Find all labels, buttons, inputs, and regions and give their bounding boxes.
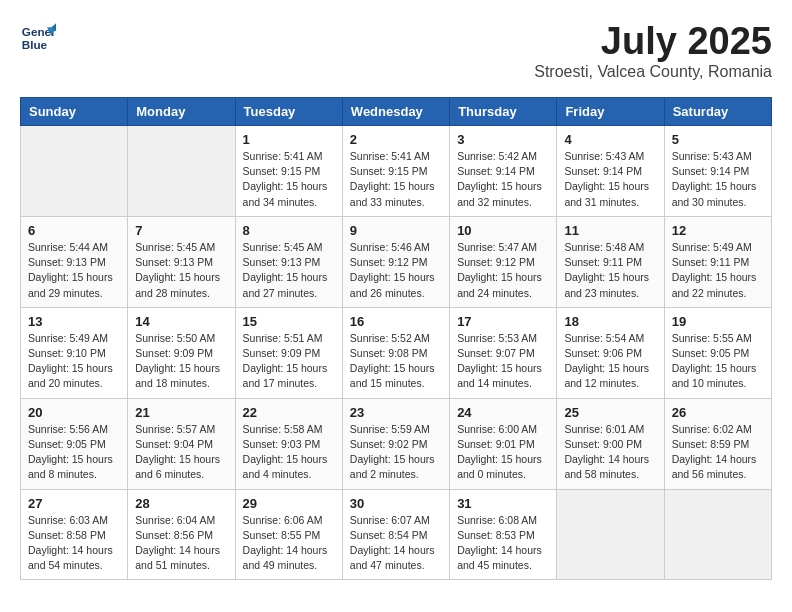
calendar-cell: 14Sunrise: 5:50 AMSunset: 9:09 PMDayligh… [128, 307, 235, 398]
calendar-cell: 18Sunrise: 5:54 AMSunset: 9:06 PMDayligh… [557, 307, 664, 398]
calendar-cell: 25Sunrise: 6:01 AMSunset: 9:00 PMDayligh… [557, 398, 664, 489]
calendar-cell: 19Sunrise: 5:55 AMSunset: 9:05 PMDayligh… [664, 307, 771, 398]
weekday-header: Saturday [664, 98, 771, 126]
day-info: Sunrise: 5:56 AMSunset: 9:05 PMDaylight:… [28, 422, 120, 483]
day-info: Sunrise: 6:06 AMSunset: 8:55 PMDaylight:… [243, 513, 335, 574]
day-info: Sunrise: 6:01 AMSunset: 9:00 PMDaylight:… [564, 422, 656, 483]
svg-text:Blue: Blue [22, 38, 48, 51]
day-info: Sunrise: 5:53 AMSunset: 9:07 PMDaylight:… [457, 331, 549, 392]
calendar-cell: 8Sunrise: 5:45 AMSunset: 9:13 PMDaylight… [235, 216, 342, 307]
day-info: Sunrise: 5:41 AMSunset: 9:15 PMDaylight:… [243, 149, 335, 210]
calendar-cell: 21Sunrise: 5:57 AMSunset: 9:04 PMDayligh… [128, 398, 235, 489]
calendar-cell: 1Sunrise: 5:41 AMSunset: 9:15 PMDaylight… [235, 126, 342, 217]
logo: General Blue [20, 20, 56, 56]
day-number: 31 [457, 496, 549, 511]
day-info: Sunrise: 5:47 AMSunset: 9:12 PMDaylight:… [457, 240, 549, 301]
day-info: Sunrise: 5:45 AMSunset: 9:13 PMDaylight:… [243, 240, 335, 301]
day-info: Sunrise: 5:58 AMSunset: 9:03 PMDaylight:… [243, 422, 335, 483]
day-number: 12 [672, 223, 764, 238]
day-number: 27 [28, 496, 120, 511]
day-info: Sunrise: 6:02 AMSunset: 8:59 PMDaylight:… [672, 422, 764, 483]
location-title: Stroesti, Valcea County, Romania [534, 63, 772, 81]
day-info: Sunrise: 5:52 AMSunset: 9:08 PMDaylight:… [350, 331, 442, 392]
day-info: Sunrise: 5:49 AMSunset: 9:11 PMDaylight:… [672, 240, 764, 301]
day-info: Sunrise: 6:07 AMSunset: 8:54 PMDaylight:… [350, 513, 442, 574]
day-number: 8 [243, 223, 335, 238]
weekday-header: Monday [128, 98, 235, 126]
day-info: Sunrise: 6:08 AMSunset: 8:53 PMDaylight:… [457, 513, 549, 574]
day-info: Sunrise: 6:03 AMSunset: 8:58 PMDaylight:… [28, 513, 120, 574]
calendar-table: SundayMondayTuesdayWednesdayThursdayFrid… [20, 97, 772, 580]
calendar-cell [21, 126, 128, 217]
day-number: 29 [243, 496, 335, 511]
weekday-header: Sunday [21, 98, 128, 126]
calendar-cell: 20Sunrise: 5:56 AMSunset: 9:05 PMDayligh… [21, 398, 128, 489]
month-title: July 2025 [534, 20, 772, 63]
calendar-cell: 24Sunrise: 6:00 AMSunset: 9:01 PMDayligh… [450, 398, 557, 489]
day-info: Sunrise: 6:04 AMSunset: 8:56 PMDaylight:… [135, 513, 227, 574]
calendar-cell: 28Sunrise: 6:04 AMSunset: 8:56 PMDayligh… [128, 489, 235, 580]
calendar-week-row: 13Sunrise: 5:49 AMSunset: 9:10 PMDayligh… [21, 307, 772, 398]
day-info: Sunrise: 5:55 AMSunset: 9:05 PMDaylight:… [672, 331, 764, 392]
day-number: 4 [564, 132, 656, 147]
day-info: Sunrise: 5:42 AMSunset: 9:14 PMDaylight:… [457, 149, 549, 210]
day-info: Sunrise: 6:00 AMSunset: 9:01 PMDaylight:… [457, 422, 549, 483]
weekday-header: Tuesday [235, 98, 342, 126]
calendar-cell: 22Sunrise: 5:58 AMSunset: 9:03 PMDayligh… [235, 398, 342, 489]
calendar-cell: 17Sunrise: 5:53 AMSunset: 9:07 PMDayligh… [450, 307, 557, 398]
calendar-cell: 23Sunrise: 5:59 AMSunset: 9:02 PMDayligh… [342, 398, 449, 489]
day-number: 9 [350, 223, 442, 238]
day-number: 5 [672, 132, 764, 147]
calendar-cell: 27Sunrise: 6:03 AMSunset: 8:58 PMDayligh… [21, 489, 128, 580]
day-info: Sunrise: 5:44 AMSunset: 9:13 PMDaylight:… [28, 240, 120, 301]
calendar-cell [664, 489, 771, 580]
day-number: 22 [243, 405, 335, 420]
calendar-week-row: 6Sunrise: 5:44 AMSunset: 9:13 PMDaylight… [21, 216, 772, 307]
day-info: Sunrise: 5:46 AMSunset: 9:12 PMDaylight:… [350, 240, 442, 301]
day-number: 13 [28, 314, 120, 329]
day-number: 19 [672, 314, 764, 329]
day-number: 3 [457, 132, 549, 147]
calendar-cell: 15Sunrise: 5:51 AMSunset: 9:09 PMDayligh… [235, 307, 342, 398]
day-number: 11 [564, 223, 656, 238]
calendar-week-row: 1Sunrise: 5:41 AMSunset: 9:15 PMDaylight… [21, 126, 772, 217]
calendar-week-row: 20Sunrise: 5:56 AMSunset: 9:05 PMDayligh… [21, 398, 772, 489]
weekday-header: Thursday [450, 98, 557, 126]
calendar-cell: 3Sunrise: 5:42 AMSunset: 9:14 PMDaylight… [450, 126, 557, 217]
day-info: Sunrise: 5:43 AMSunset: 9:14 PMDaylight:… [672, 149, 764, 210]
day-number: 30 [350, 496, 442, 511]
day-info: Sunrise: 5:45 AMSunset: 9:13 PMDaylight:… [135, 240, 227, 301]
page-header: General Blue July 2025 Stroesti, Valcea … [20, 20, 772, 81]
weekday-header-row: SundayMondayTuesdayWednesdayThursdayFrid… [21, 98, 772, 126]
day-info: Sunrise: 5:59 AMSunset: 9:02 PMDaylight:… [350, 422, 442, 483]
calendar-cell: 29Sunrise: 6:06 AMSunset: 8:55 PMDayligh… [235, 489, 342, 580]
day-number: 17 [457, 314, 549, 329]
day-number: 15 [243, 314, 335, 329]
day-info: Sunrise: 5:51 AMSunset: 9:09 PMDaylight:… [243, 331, 335, 392]
calendar-cell: 30Sunrise: 6:07 AMSunset: 8:54 PMDayligh… [342, 489, 449, 580]
calendar-cell: 9Sunrise: 5:46 AMSunset: 9:12 PMDaylight… [342, 216, 449, 307]
calendar-week-row: 27Sunrise: 6:03 AMSunset: 8:58 PMDayligh… [21, 489, 772, 580]
day-number: 26 [672, 405, 764, 420]
day-number: 10 [457, 223, 549, 238]
day-number: 2 [350, 132, 442, 147]
day-number: 25 [564, 405, 656, 420]
weekday-header: Friday [557, 98, 664, 126]
weekday-header: Wednesday [342, 98, 449, 126]
day-number: 20 [28, 405, 120, 420]
day-number: 7 [135, 223, 227, 238]
day-number: 6 [28, 223, 120, 238]
day-info: Sunrise: 5:57 AMSunset: 9:04 PMDaylight:… [135, 422, 227, 483]
calendar-cell: 12Sunrise: 5:49 AMSunset: 9:11 PMDayligh… [664, 216, 771, 307]
day-number: 16 [350, 314, 442, 329]
calendar-cell: 13Sunrise: 5:49 AMSunset: 9:10 PMDayligh… [21, 307, 128, 398]
title-block: July 2025 Stroesti, Valcea County, Roman… [534, 20, 772, 81]
logo-icon: General Blue [20, 20, 56, 56]
calendar-cell: 10Sunrise: 5:47 AMSunset: 9:12 PMDayligh… [450, 216, 557, 307]
calendar-cell: 31Sunrise: 6:08 AMSunset: 8:53 PMDayligh… [450, 489, 557, 580]
calendar-cell [128, 126, 235, 217]
calendar-cell: 6Sunrise: 5:44 AMSunset: 9:13 PMDaylight… [21, 216, 128, 307]
calendar-cell: 7Sunrise: 5:45 AMSunset: 9:13 PMDaylight… [128, 216, 235, 307]
day-info: Sunrise: 5:48 AMSunset: 9:11 PMDaylight:… [564, 240, 656, 301]
calendar-cell: 11Sunrise: 5:48 AMSunset: 9:11 PMDayligh… [557, 216, 664, 307]
